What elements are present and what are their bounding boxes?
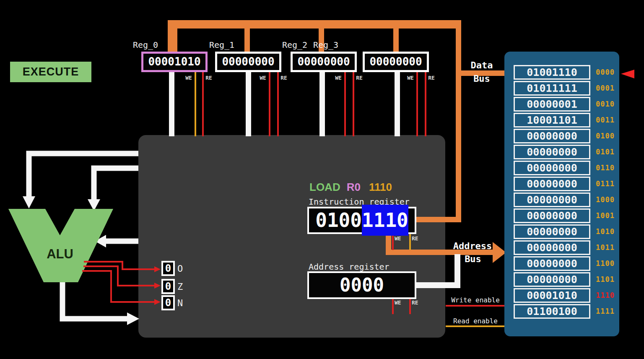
memory-address: 1001 — [596, 211, 615, 220]
cpu-simulator-canvas: EXECUTE Reg_0 Reg_1 Reg_2 Reg_3 00001010… — [0, 0, 644, 359]
memory-cell: 00000000 — [514, 224, 590, 239]
ir-operand-bits-highlighted: 1110 — [362, 205, 408, 236]
memory-cell: 00000000 — [514, 256, 590, 271]
flag-o-label: O — [177, 263, 183, 274]
memory-address: 1101 — [596, 275, 615, 284]
flag-wires — [82, 262, 154, 302]
reg1-we-label: WE — [257, 75, 268, 81]
memory-address: 1000 — [596, 195, 615, 204]
memory-cell: 00000000 — [514, 161, 590, 175]
reg2-value: 00000000 — [293, 54, 355, 70]
flag-z-box: 0 — [161, 279, 175, 294]
reg1-value: 00000000 — [217, 54, 279, 70]
alu-label: ALU — [42, 247, 78, 262]
reg3-value: 00000000 — [365, 54, 427, 70]
memory-pointer-icon — [621, 70, 634, 78]
data-bus-label-line2: Bus — [469, 73, 495, 84]
flag-n-label: N — [177, 298, 183, 308]
memory-cell: 00000000 — [514, 129, 590, 143]
instruction-register-operand: R0 — [347, 181, 361, 194]
reg2-we-label: WE — [333, 75, 344, 81]
memory-cell: 00000000 — [514, 272, 590, 287]
memory-cell: 00000000 — [514, 145, 590, 159]
memory-address: 0000 — [596, 68, 615, 76]
reg3-label: Reg_3 — [305, 40, 347, 50]
memory-cell: 10001101 — [514, 113, 590, 127]
memory-cell: 00000001 — [514, 97, 590, 112]
read-enable-label: Read enable — [447, 317, 504, 325]
reg1-re-label: RE — [278, 75, 289, 81]
reg3-re-label: RE — [426, 75, 437, 81]
flag-n-value: 0 — [165, 297, 171, 309]
ir-opcode-bits: 0100 — [315, 209, 362, 232]
memory-address: 0110 — [596, 164, 615, 172]
write-enable-label: Write enable — [447, 296, 504, 304]
reg0-label: Reg_0 — [125, 40, 166, 50]
reg0-we-label: WE — [183, 75, 194, 81]
flag-wire-arrowheads — [154, 266, 161, 305]
flag-z-label: Z — [177, 281, 183, 292]
address-register-box: 0000 — [307, 271, 416, 299]
reg2-box: 00000000 — [291, 52, 357, 72]
address-register-value: 0000 — [309, 273, 415, 297]
memory-address: 0011 — [596, 116, 615, 124]
memory-address: 0100 — [596, 132, 615, 140]
address-bus-label-line2: Bus — [458, 254, 488, 264]
memory-address: 1011 — [596, 243, 615, 252]
reg0-box: 00001010 — [141, 52, 208, 72]
flag-o-box: 0 — [161, 261, 175, 276]
reg0-re-label: RE — [203, 75, 214, 81]
address-bus-label-line1: Address — [451, 241, 494, 251]
ar-re-label: RE — [412, 299, 423, 306]
flag-o-value: 0 — [165, 263, 171, 274]
ar-we-label: WE — [395, 299, 405, 306]
current-instruction: LOAD R0 1110 — [309, 181, 392, 194]
memory-cell: 00000000 — [514, 240, 590, 255]
ir-we-label: WE — [395, 235, 405, 242]
address-register-label: Address register — [309, 262, 390, 272]
memory-panel: 01001110 0000 01011111 0001 00000001 001… — [504, 52, 619, 336]
flag-n-box: 0 — [161, 295, 175, 310]
reg3-we-label: WE — [405, 75, 416, 81]
memory-address-active: 1110 — [596, 291, 615, 299]
memory-cell: 01001110 — [514, 65, 590, 80]
register-enable-wires — [195, 71, 426, 136]
reg0-value: 00001010 — [143, 54, 205, 70]
instruction-register-box: 01001110 — [307, 207, 416, 234]
memory-address: 1111 — [596, 307, 615, 315]
memory-address: 0001 — [596, 84, 615, 92]
ir-re-label: RE — [412, 235, 423, 242]
memory-cell: 01100100 — [514, 304, 590, 319]
write-enable-wire — [446, 305, 504, 307]
memory-cell: 00000000 — [514, 193, 590, 207]
memory-address: 0111 — [596, 180, 615, 188]
memory-address: 0101 — [596, 148, 615, 156]
reg3-box: 00000000 — [363, 52, 429, 72]
read-enable-wire — [446, 325, 504, 327]
memory-cell: 00000000 — [514, 208, 590, 223]
instruction-mnemonic: LOAD — [309, 181, 340, 194]
memory-cell: 01011111 — [514, 81, 590, 96]
memory-address: 0010 — [596, 100, 615, 108]
reg2-re-label: RE — [354, 75, 365, 81]
memory-address: 1010 — [596, 227, 615, 236]
memory-cell: 00001010 — [514, 288, 590, 303]
reg1-label: Reg_1 — [201, 40, 243, 50]
memory-address: 1100 — [596, 259, 615, 268]
data-bus-label-line1: Data — [469, 60, 495, 70]
address-register-wire — [416, 254, 457, 285]
reg1-box: 00000000 — [215, 52, 281, 72]
flag-z-value: 0 — [165, 281, 171, 292]
execute-button[interactable]: EXECUTE — [10, 62, 91, 82]
instruction-address-operand: 1110 — [369, 181, 392, 194]
memory-cell: 00000000 — [514, 177, 590, 191]
